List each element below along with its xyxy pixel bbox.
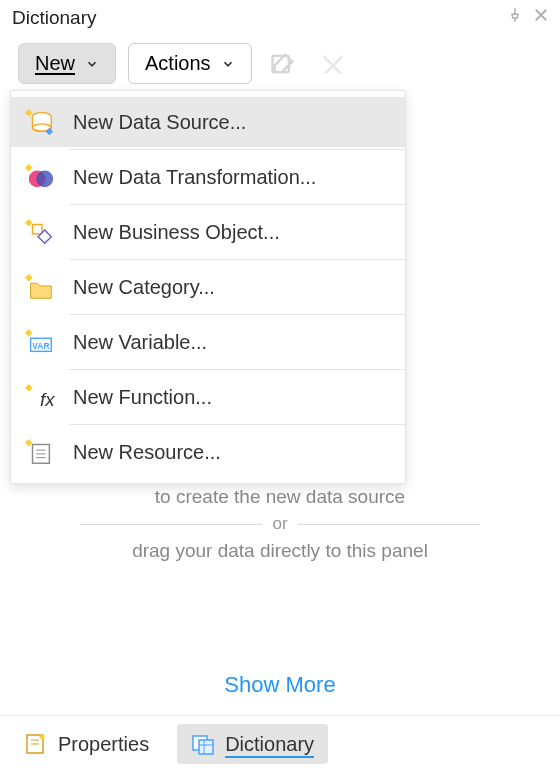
close-icon[interactable] bbox=[532, 6, 550, 29]
delete-button[interactable] bbox=[314, 45, 352, 83]
menu-item-new-data-source[interactable]: New Data Source... bbox=[11, 97, 405, 147]
menu-separator bbox=[69, 204, 405, 205]
svg-marker-8 bbox=[25, 219, 33, 227]
menu-item-label: New Category... bbox=[73, 276, 215, 299]
venn-sparkle-icon bbox=[25, 162, 55, 192]
function-sparkle-icon: fx bbox=[25, 382, 55, 412]
variable-sparkle-icon: VAR bbox=[25, 327, 55, 357]
svg-marker-15 bbox=[25, 384, 33, 392]
edit-button[interactable] bbox=[264, 45, 302, 83]
menu-item-new-function[interactable]: fx New Function... bbox=[11, 372, 405, 422]
svg-text:VAR: VAR bbox=[32, 341, 49, 351]
svg-rect-9 bbox=[33, 225, 42, 234]
chevron-down-icon bbox=[221, 57, 235, 71]
menu-separator bbox=[69, 314, 405, 315]
menu-item-label: New Variable... bbox=[73, 331, 207, 354]
tab-label: Properties bbox=[58, 733, 149, 756]
resource-sparkle-icon bbox=[25, 437, 55, 467]
chevron-down-icon bbox=[85, 57, 99, 71]
menu-item-label: New Data Transformation... bbox=[73, 166, 316, 189]
menu-item-new-variable[interactable]: VAR New Variable... bbox=[11, 317, 405, 367]
menu-separator bbox=[69, 369, 405, 370]
hint-line-2: drag your data directly to this panel bbox=[0, 534, 560, 568]
actions-button[interactable]: Actions bbox=[128, 43, 252, 84]
menu-item-new-business-object[interactable]: New Business Object... bbox=[11, 207, 405, 257]
svg-point-7 bbox=[36, 170, 53, 187]
svg-rect-27 bbox=[199, 740, 213, 754]
blocks-sparkle-icon bbox=[25, 217, 55, 247]
tab-label: Dictionary bbox=[225, 733, 314, 756]
menu-separator bbox=[69, 424, 405, 425]
show-more-link[interactable]: Show More bbox=[0, 672, 560, 698]
menu-item-new-data-transformation[interactable]: New Data Transformation... bbox=[11, 152, 405, 202]
menu-item-label: New Data Source... bbox=[73, 111, 246, 134]
svg-marker-12 bbox=[25, 329, 33, 337]
svg-marker-5 bbox=[25, 164, 33, 172]
menu-item-new-category[interactable]: New Category... bbox=[11, 262, 405, 312]
toolbar: New Actions bbox=[0, 35, 560, 94]
svg-marker-1 bbox=[25, 109, 33, 117]
folder-sparkle-icon bbox=[25, 272, 55, 302]
panel-title: Dictionary bbox=[12, 7, 96, 29]
tab-properties[interactable]: Properties bbox=[10, 724, 163, 764]
menu-item-label: New Function... bbox=[73, 386, 212, 409]
actions-button-label: Actions bbox=[145, 52, 211, 75]
menu-item-new-resource[interactable]: New Resource... bbox=[11, 427, 405, 477]
svg-marker-11 bbox=[25, 274, 33, 282]
properties-icon bbox=[24, 732, 48, 756]
hint-or: or bbox=[0, 514, 560, 534]
database-sparkle-icon bbox=[25, 107, 55, 137]
tab-dictionary[interactable]: Dictionary bbox=[177, 724, 328, 764]
pin-icon[interactable] bbox=[506, 6, 524, 29]
hint-line-1: to create the new data source bbox=[0, 480, 560, 514]
new-dropdown: New Data Source... New Data Transformati… bbox=[10, 90, 406, 484]
menu-separator bbox=[69, 149, 405, 150]
menu-separator bbox=[69, 259, 405, 260]
svg-marker-17 bbox=[25, 439, 33, 447]
menu-item-label: New Business Object... bbox=[73, 221, 280, 244]
dictionary-icon bbox=[191, 732, 215, 756]
hint-area: to create the new data source or drag yo… bbox=[0, 480, 560, 568]
panel-header: Dictionary bbox=[0, 0, 560, 35]
new-button[interactable]: New bbox=[18, 43, 116, 84]
bottom-tabs: Properties Dictionary bbox=[0, 715, 560, 772]
svg-text:fx: fx bbox=[40, 389, 55, 410]
new-button-label: New bbox=[35, 52, 75, 75]
panel-header-controls bbox=[506, 6, 550, 29]
menu-item-label: New Resource... bbox=[73, 441, 221, 464]
